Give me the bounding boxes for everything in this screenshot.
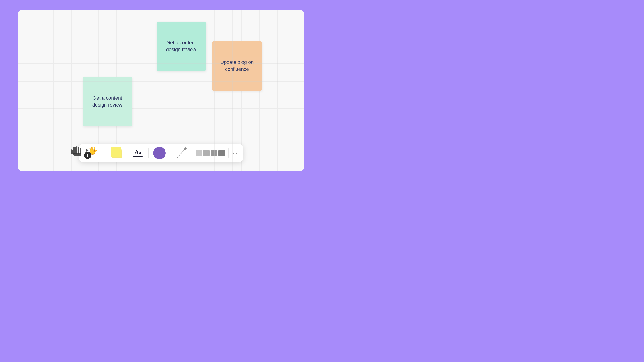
svg-rect-2 xyxy=(75,146,77,154)
toolbar: 🖐️ Aa xyxy=(79,144,243,162)
svg-rect-6 xyxy=(87,154,88,156)
divider-3 xyxy=(148,148,149,158)
text-tool[interactable]: Aa xyxy=(129,146,147,160)
hand-tool-icon xyxy=(86,153,90,157)
color-swatches xyxy=(194,150,226,156)
hand-tool-button[interactable] xyxy=(84,152,91,159)
divider-2 xyxy=(127,148,127,158)
text-tool-underline xyxy=(133,156,143,157)
color-swatch-3[interactable] xyxy=(211,150,217,156)
color-swatch-1[interactable] xyxy=(196,150,202,156)
circle-shape-icon xyxy=(153,147,166,159)
sticky-note-peach[interactable]: Update blog on confluence xyxy=(212,41,262,90)
sticky-note-tool[interactable] xyxy=(107,146,125,160)
shape-tool[interactable] xyxy=(150,146,168,160)
sticky-icon-stack xyxy=(109,146,123,160)
svg-rect-1 xyxy=(73,147,75,154)
canvas[interactable]: Get a content design review Update blog … xyxy=(18,10,304,171)
color-swatch-2[interactable] xyxy=(203,150,210,156)
divider-5 xyxy=(192,148,192,158)
text-tool-label: Aa xyxy=(134,149,141,155)
svg-line-9 xyxy=(177,149,186,158)
divider-1 xyxy=(105,148,105,158)
more-button[interactable]: ··· xyxy=(230,148,240,158)
svg-rect-0 xyxy=(71,149,73,154)
select-hand-section: 🖐️ xyxy=(82,146,103,160)
sticky-note-peach-text: Update blog on confluence xyxy=(217,59,257,73)
sticky-icon-front xyxy=(111,147,121,157)
color-swatch-4[interactable] xyxy=(218,150,225,156)
svg-rect-7 xyxy=(88,154,88,156)
divider-6 xyxy=(228,148,228,158)
sticky-note-green-large[interactable]: Get a content design review xyxy=(156,22,206,71)
sticky-note-green-small[interactable]: Get a content design review xyxy=(83,77,132,126)
divider-4 xyxy=(170,148,170,158)
line-tool-icon xyxy=(174,146,188,160)
sticky-note-green-small-text: Get a content design review xyxy=(87,95,128,109)
sticky-note-green-large-text: Get a content design review xyxy=(161,39,201,53)
line-tool[interactable] xyxy=(172,146,190,160)
